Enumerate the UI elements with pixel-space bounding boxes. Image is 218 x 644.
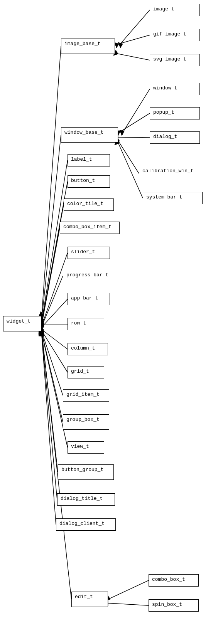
svg-line-20 <box>42 160 68 322</box>
node-system_bar_t: system_bar_t <box>143 192 203 204</box>
svg-line-42 <box>42 332 63 422</box>
node-image_base_t: image_base_t <box>61 39 115 54</box>
svg-line-32 <box>42 299 68 327</box>
svg-line-12 <box>118 137 150 138</box>
node-app_bar_t: app_bar_t <box>68 293 110 305</box>
node-window_t: window_t <box>150 83 200 95</box>
svg-line-10 <box>119 113 150 133</box>
node-combo_box_t: combo_box_t <box>149 574 199 587</box>
svg-line-48 <box>42 335 57 499</box>
svg-line-16 <box>118 141 139 173</box>
svg-line-2 <box>116 35 150 45</box>
node-view_t: view_t <box>68 441 104 454</box>
node-image_t: image_t <box>150 4 200 16</box>
node-window_base_t: window_base_t <box>61 127 118 143</box>
svg-marker-9 <box>120 130 124 136</box>
node-column_t: column_t <box>68 343 108 355</box>
node-calibration_win_t: calibration_win_t <box>139 166 210 181</box>
node-dialog_title_t: dialog_title_t <box>57 493 115 506</box>
node-label_t: label_t <box>68 154 110 166</box>
svg-line-46 <box>42 334 58 472</box>
node-color_tile_t: color_tile_t <box>64 198 114 211</box>
svg-line-0 <box>120 10 150 45</box>
svg-line-6 <box>42 46 61 316</box>
node-grid_item_t: grid_item_t <box>63 389 109 402</box>
svg-line-4 <box>115 53 150 60</box>
svg-line-28 <box>42 253 68 326</box>
svg-line-56 <box>108 603 149 605</box>
svg-marker-51 <box>39 331 44 336</box>
node-dialog_client_t: dialog_client_t <box>56 518 116 531</box>
diagram-container: image_tgif_image_tsvg_image_timage_base_… <box>0 0 218 644</box>
node-edit_t: edit_t <box>71 592 108 607</box>
svg-line-50 <box>42 335 56 525</box>
node-gif_image_t: gif_image_t <box>150 29 200 41</box>
svg-line-40 <box>42 331 63 395</box>
svg-line-30 <box>42 276 63 326</box>
svg-line-54 <box>108 580 149 599</box>
node-grid_t: grid_t <box>68 366 104 378</box>
svg-line-36 <box>42 330 68 349</box>
node-row_t: row_t <box>68 318 104 330</box>
svg-line-8 <box>123 89 150 133</box>
svg-line-14 <box>42 135 61 320</box>
node-button_group_t: button_group_t <box>58 464 114 480</box>
node-dialog_t: dialog_t <box>150 131 200 144</box>
node-widget_t: widget_t <box>3 316 42 331</box>
node-combo_box_item_t: combo_box_item_t <box>60 222 120 234</box>
svg-marker-1 <box>118 42 123 48</box>
node-spin_box_t: spin_box_t <box>149 599 199 612</box>
svg-line-38 <box>42 331 68 372</box>
node-popup_t: popup_t <box>150 107 200 119</box>
node-button_t: button_t <box>68 175 110 188</box>
node-slider_t: slider_t <box>68 247 110 259</box>
node-svg_image_t: svg_image_t <box>150 54 200 66</box>
node-progress_bar_t: progress_bar_t <box>63 270 116 282</box>
svg-line-26 <box>42 228 60 325</box>
node-group_box_t: group_box_t <box>63 414 109 430</box>
